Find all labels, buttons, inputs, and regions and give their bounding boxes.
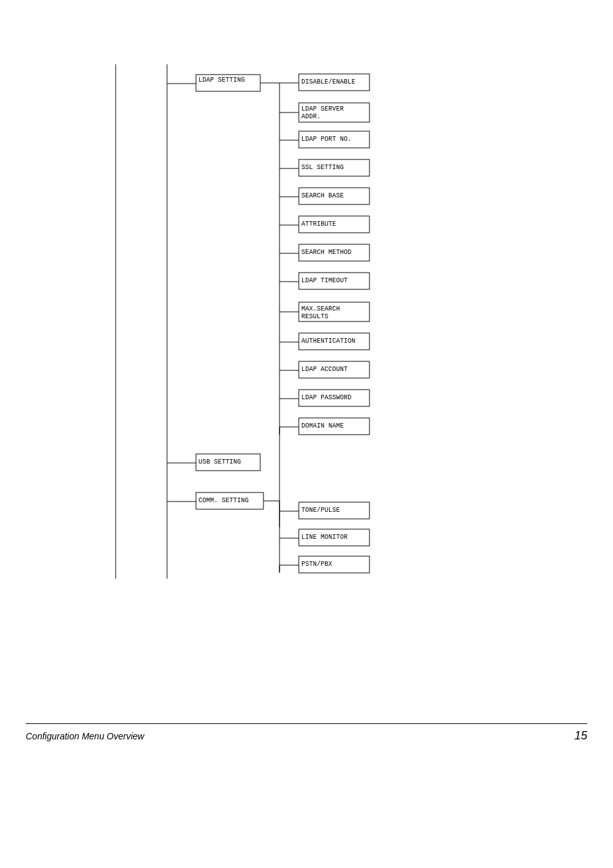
- svg-text:PSTN/PBX: PSTN/PBX: [301, 561, 332, 568]
- svg-text:USB SETTING: USB SETTING: [199, 458, 241, 466]
- svg-text:LDAP PASSWORD: LDAP PASSWORD: [301, 394, 351, 401]
- svg-text:LDAP PORT NO.: LDAP PORT NO.: [301, 136, 351, 143]
- svg-text:MAX.SEARCH: MAX.SEARCH: [301, 305, 340, 312]
- svg-text:COMM. SETTING: COMM. SETTING: [199, 497, 249, 504]
- svg-text:DISABLE/ENABLE: DISABLE/ENABLE: [301, 78, 355, 86]
- svg-text:LDAP ACCOUNT: LDAP ACCOUNT: [301, 366, 348, 373]
- svg-text:LDAP TIMEOUT: LDAP TIMEOUT: [301, 277, 348, 284]
- svg-text:ADDR.: ADDR.: [301, 113, 321, 120]
- svg-text:LINE MONITOR: LINE MONITOR: [301, 534, 348, 541]
- svg-text:SEARCH METHOD: SEARCH METHOD: [301, 249, 351, 256]
- svg-text:RESULTS: RESULTS: [301, 313, 328, 320]
- svg-text:TONE/PULSE: TONE/PULSE: [301, 507, 340, 514]
- svg-text:AUTHENTICATION: AUTHENTICATION: [301, 338, 355, 345]
- svg-text:SEARCH BASE: SEARCH BASE: [301, 192, 344, 199]
- svg-text:DOMAIN NAME: DOMAIN NAME: [301, 422, 344, 429]
- footer-page-number: 15: [574, 729, 587, 743]
- svg-text:ATTRIBUTE: ATTRIBUTE: [301, 221, 336, 228]
- footer-left-text: Configuration Menu Overview: [26, 731, 144, 741]
- svg-text:LDAP SERVER: LDAP SERVER: [301, 105, 344, 113]
- diagram-svg: LDAP SETTING DISABLE/ENABLE LDAP SERVER …: [64, 64, 514, 630]
- svg-text:SSL SETTING: SSL SETTING: [301, 164, 344, 171]
- page: LDAP SETTING DISABLE/ENABLE LDAP SERVER …: [0, 0, 613, 868]
- svg-text:LDAP SETTING: LDAP SETTING: [199, 77, 245, 84]
